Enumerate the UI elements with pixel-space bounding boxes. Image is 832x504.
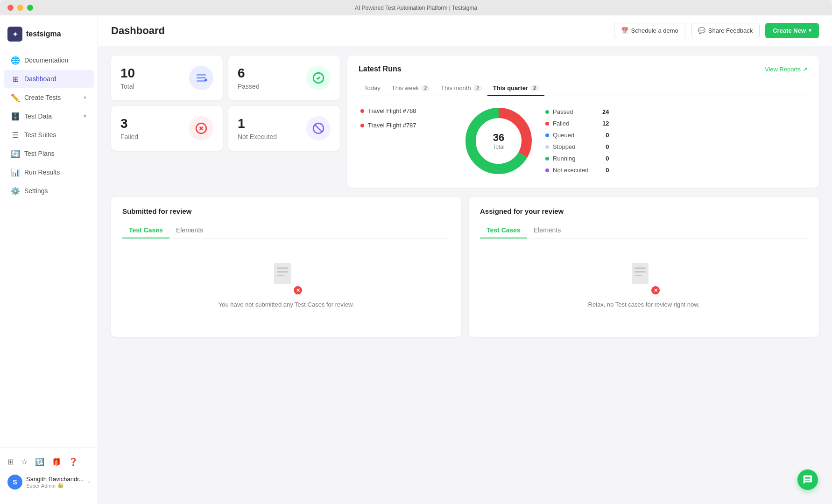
tab-today[interactable]: Today xyxy=(359,81,386,96)
main-content: Dashboard 📅 Schedule a demo 💬 Share Feed… xyxy=(98,15,832,504)
stat-card-not-executed: 1 Not Executed xyxy=(228,106,340,151)
legend-count-queued: 0 xyxy=(606,132,609,139)
stats-and-runs: 10 Total xyxy=(111,56,819,188)
stat-passed-number: 6 xyxy=(238,66,260,81)
runs-tabs: Today This week 2 This month 2 This quar… xyxy=(359,81,808,96)
sidebar-item-test-data[interactable]: 🗄️ Test Data ▾ xyxy=(4,107,94,125)
svg-rect-19 xyxy=(635,267,646,269)
sidebar-item-test-plans[interactable]: 🔄 Test Plans xyxy=(4,145,94,162)
share-feedback-button[interactable]: 💬 Share Feedback xyxy=(691,23,760,38)
this-month-badge: 2 xyxy=(473,85,482,91)
runs-content: Travel Flight #788 Travel Flight #787 xyxy=(359,104,808,178)
assigned-review-tabs: Test Cases Elements xyxy=(480,223,808,238)
sidebar-item-label: Create Tests xyxy=(24,94,61,101)
stat-card-failed: 3 Failed xyxy=(111,106,223,151)
traffic-light-minimize[interactable] xyxy=(17,5,23,11)
user-menu-chevron-icon: › xyxy=(88,479,90,485)
svg-line-10 xyxy=(315,125,322,132)
failed-icon xyxy=(189,116,213,140)
bookmark-icon[interactable]: ☆ xyxy=(21,457,28,466)
review-row: Submitted for review Test Cases Elements xyxy=(111,197,819,337)
passed-icon xyxy=(306,66,331,90)
stat-not-executed-label: Not Executed xyxy=(238,133,277,140)
window-chrome: AI Powered Test Automation Platform | Te… xyxy=(0,0,832,15)
user-name: Sangith Ravichandr... xyxy=(26,476,85,483)
tab-submitted-elements[interactable]: Elements xyxy=(169,223,210,238)
submitted-review-panel: Submitted for review Test Cases Elements xyxy=(111,197,461,337)
sidebar-item-label: Settings xyxy=(24,187,48,195)
legend-label-queued: Queued xyxy=(553,132,598,139)
svg-rect-21 xyxy=(635,275,642,276)
tab-assigned-elements[interactable]: Elements xyxy=(527,223,567,238)
sidebar-item-label: Run Results xyxy=(24,168,60,176)
stat-passed-label: Passed xyxy=(238,83,260,90)
sidebar-item-label: Test Data xyxy=(24,112,52,120)
calendar-icon: 📅 xyxy=(621,27,628,34)
sidebar-item-dashboard[interactable]: ⊞ Dashboard xyxy=(4,70,94,88)
submitted-review-title: Submitted for review xyxy=(122,207,450,215)
chevron-down-icon: ▾ xyxy=(84,113,86,119)
empty-doc-icon-2: ✕ xyxy=(630,262,658,294)
assigned-review-panel: Assigned for your review Test Cases Elem… xyxy=(469,197,819,337)
chevron-down-icon: ▾ xyxy=(84,94,86,101)
sidebar-item-create-tests[interactable]: ✏️ Create Tests ▾ xyxy=(4,89,94,106)
latest-runs-header: Latest Runs View Reports ↗ xyxy=(359,65,808,73)
tab-submitted-test-cases[interactable]: Test Cases xyxy=(122,223,169,238)
list-icon: ☰ xyxy=(11,131,20,139)
user-role: Super Admin 👑 xyxy=(26,483,85,489)
external-link-icon: ↗ xyxy=(803,66,808,73)
gift-icon[interactable]: 🎁 xyxy=(52,457,61,466)
create-new-label: Create New xyxy=(773,27,806,34)
assigned-review-empty-state: ✕ Relax, no Test cases for review right … xyxy=(480,248,808,322)
sidebar-item-test-suites[interactable]: ☰ Test Suites xyxy=(4,126,94,144)
sidebar-item-run-results[interactable]: 📊 Run Results xyxy=(4,163,94,181)
create-new-button[interactable]: Create New ▾ xyxy=(765,23,819,38)
chart-icon: 📊 xyxy=(11,168,20,176)
add-project-icon[interactable]: ⊞ xyxy=(7,457,14,466)
legend-label-passed: Passed xyxy=(553,108,595,115)
sidebar-item-documentation[interactable]: 🌐 Documentation xyxy=(4,51,94,69)
sidebar-item-label: Documentation xyxy=(24,56,68,64)
svg-rect-20 xyxy=(635,271,646,273)
run-label-788: Travel Flight #788 xyxy=(368,107,416,114)
legend-failed: Failed 12 xyxy=(545,120,609,127)
traffic-light-close[interactable] xyxy=(7,5,14,11)
run-dot-787 xyxy=(360,124,364,127)
sync-icon[interactable]: 🔃 xyxy=(35,457,44,466)
chat-fab-button[interactable] xyxy=(797,469,818,490)
header-actions: 📅 Schedule a demo 💬 Share Feedback Creat… xyxy=(614,23,819,38)
tab-this-week[interactable]: This week 2 xyxy=(386,81,436,96)
sidebar-item-settings[interactable]: ⚙️ Settings xyxy=(4,182,94,200)
run-item-788[interactable]: Travel Flight #788 xyxy=(359,104,452,118)
run-item-787[interactable]: Travel Flight #787 xyxy=(359,118,452,133)
tab-assigned-test-cases[interactable]: Test Cases xyxy=(480,223,527,238)
window-title: AI Powered Test Automation Platform | Te… xyxy=(355,5,477,11)
svg-rect-15 xyxy=(277,267,288,269)
legend-label-stopped: Stopped xyxy=(553,143,598,150)
stat-card-passed: 6 Passed xyxy=(228,56,340,100)
tab-this-quarter[interactable]: This quarter 2 xyxy=(487,81,544,96)
legend-queued: Queued 0 xyxy=(545,132,609,139)
legend-label-not-executed: Not executed xyxy=(553,167,598,174)
crown-icon: 👑 xyxy=(57,483,64,489)
sidebar-bottom: ⊞ ☆ 🔃 🎁 ❓ S Sangith Ravichandr... Super … xyxy=(0,448,98,500)
donut-total-label: Total xyxy=(493,144,504,150)
traffic-light-maximize[interactable] xyxy=(27,5,33,11)
error-badge-icon: ✕ xyxy=(294,286,302,294)
stats-grid: 10 Total xyxy=(111,56,340,151)
legend-count-stopped: 0 xyxy=(606,143,609,150)
logo-icon: ✦ xyxy=(7,27,22,42)
help-icon[interactable]: ❓ xyxy=(69,457,78,466)
assigned-empty-text: Relax, no Test cases for review right no… xyxy=(588,301,700,308)
view-reports-link[interactable]: View Reports ↗ xyxy=(765,66,808,73)
user-row[interactable]: S Sangith Ravichandr... Super Admin 👑 › xyxy=(0,470,98,494)
legend-count-not-executed: 0 xyxy=(606,167,609,174)
tab-this-month[interactable]: This month 2 xyxy=(435,81,487,96)
assigned-review-title: Assigned for your review xyxy=(480,207,808,215)
schedule-demo-button[interactable]: 📅 Schedule a demo xyxy=(614,23,685,38)
submitted-review-tabs: Test Cases Elements xyxy=(122,223,450,238)
donut-wrapper: 36 Total Passed 24 xyxy=(461,104,609,178)
not-executed-icon xyxy=(306,116,331,140)
legend-label-failed: Failed xyxy=(553,120,595,127)
avatar: S xyxy=(7,475,22,490)
